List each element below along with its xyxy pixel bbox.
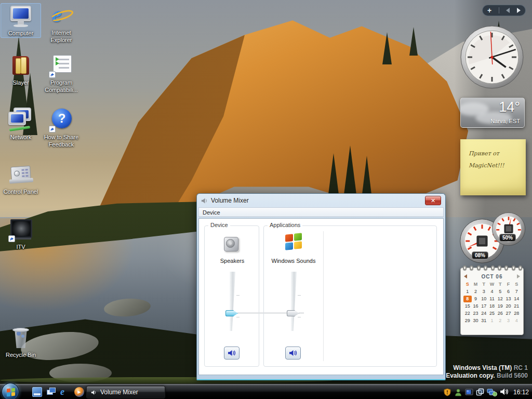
- desktop-icon-label: Internet Explorer: [41, 30, 82, 44]
- calendar-day[interactable]: 5: [496, 288, 504, 295]
- speakers-slider-thumb[interactable]: [225, 310, 238, 316]
- calendar-day[interactable]: 27: [504, 310, 513, 317]
- controls-divider: [499, 7, 499, 14]
- calendar-day[interactable]: 24: [480, 310, 488, 317]
- calendar-day[interactable]: 12: [496, 296, 504, 302]
- start-button[interactable]: [2, 383, 19, 399]
- switch-windows-icon[interactable]: [46, 387, 56, 397]
- day-header: M: [472, 281, 480, 288]
- cpu-meter-gadget[interactable]: 08% 50%: [459, 212, 528, 262]
- sidebar-controls: +: [482, 5, 526, 16]
- day-header: F: [504, 281, 513, 288]
- tray-clock[interactable]: 16:12: [513, 389, 529, 396]
- desktop-icon-control-panel[interactable]: Control Panel: [1, 162, 41, 196]
- calendar-next-icon[interactable]: [517, 274, 520, 278]
- calendar-day[interactable]: 23: [472, 310, 480, 317]
- calendar-day[interactable]: 6: [504, 288, 513, 295]
- speakers-mute-button[interactable]: [224, 347, 240, 360]
- calendar-day[interactable]: 30: [472, 317, 480, 324]
- calendar-day[interactable]: 29: [463, 317, 472, 324]
- desktop-icon-internet-explorer[interactable]: e Internet Explorer: [41, 3, 82, 44]
- chevron-left-icon[interactable]: [506, 8, 510, 13]
- security-alert-icon[interactable]: [443, 388, 451, 396]
- calendar-day-next-month[interactable]: 3: [504, 317, 513, 324]
- calendar-day[interactable]: 11: [488, 296, 496, 302]
- tree-silhouette: [382, 32, 392, 64]
- calendar-day[interactable]: 25: [488, 310, 496, 317]
- desktop-icon-recycle-bin[interactable]: Recycle Bin: [1, 325, 41, 359]
- calendar-spiral-binding: [463, 265, 522, 270]
- calendar-day[interactable]: 26: [496, 310, 504, 317]
- calendar-day[interactable]: 14: [512, 296, 521, 302]
- calendar-day[interactable]: 21: [512, 303, 521, 310]
- calendar-gadget[interactable]: OCT 06 S M T W T F S 1 2 3 4 5 6 7 8 9 1…: [460, 268, 524, 335]
- ram-gauge: 50%: [491, 212, 526, 246]
- desktop-icon-itv[interactable]: ITV: [1, 217, 41, 251]
- calendar-day[interactable]: 28: [512, 310, 521, 317]
- windows-sounds-mute-button[interactable]: [285, 347, 301, 360]
- close-button[interactable]: ✕: [425, 196, 441, 205]
- slider-track[interactable]: [291, 272, 297, 331]
- add-gadget-button[interactable]: +: [487, 7, 491, 14]
- clock-gadget[interactable]: [460, 25, 524, 89]
- device-group: Device Speakers: [204, 225, 259, 367]
- calendar-day[interactable]: 7: [512, 288, 521, 295]
- notes-gadget[interactable]: Привет от MagicNet!!!: [460, 139, 526, 195]
- system-tray: 16:12: [443, 384, 529, 399]
- calendar-day[interactable]: 17: [480, 303, 488, 310]
- windows-sounds-slider-thumb[interactable]: [287, 310, 299, 316]
- media-player-icon[interactable]: ▶: [74, 387, 84, 397]
- chevron-right-icon[interactable]: [517, 8, 521, 13]
- calendar-month-label: OCT 06: [481, 274, 502, 280]
- windows-flag-icon: [7, 388, 15, 396]
- calendar-day[interactable]: 2: [472, 288, 480, 295]
- calendar-day[interactable]: 16: [472, 303, 480, 310]
- calendar-day-next-month[interactable]: 1: [488, 317, 496, 324]
- weather-gadget[interactable]: 14° Narva, EST: [460, 98, 525, 128]
- user-session-icon[interactable]: [454, 388, 462, 396]
- volume-tray-icon[interactable]: [500, 388, 508, 396]
- calendar-day[interactable]: 13: [504, 296, 513, 302]
- desktop-icon-network[interactable]: Network: [1, 108, 41, 141]
- taskbar: e ▶ Volume Mixer: [0, 384, 532, 399]
- menu-item-device[interactable]: Device: [199, 209, 224, 216]
- desktop-icon-slayer[interactable]: Slayer: [1, 53, 41, 87]
- calendar-day[interactable]: 20: [504, 303, 513, 310]
- calendar-day[interactable]: 1: [463, 288, 472, 295]
- network-tray-icon[interactable]: [487, 388, 497, 396]
- calendar-day[interactable]: 10: [480, 296, 488, 302]
- slider-track[interactable]: [230, 272, 235, 331]
- day-header: T: [496, 281, 504, 288]
- desktop-icon-computer[interactable]: Computer: [1, 3, 41, 38]
- sidebar-gadgets-icon[interactable]: [476, 388, 484, 396]
- desktop-icon-program-compatibility[interactable]: Program Compatibili...: [41, 53, 82, 94]
- computer-icon: [8, 4, 33, 29]
- calendar-day[interactable]: 15: [463, 303, 472, 310]
- calendar-day-next-month[interactable]: 2: [496, 317, 504, 324]
- display-settings-icon[interactable]: [465, 388, 473, 396]
- desktop-icon-how-to-share-feedback[interactable]: ? How to Share Feedback: [41, 108, 82, 149]
- calendar-day[interactable]: 3: [480, 288, 488, 295]
- calendar-day[interactable]: 31: [480, 317, 488, 324]
- title-bar[interactable]: Volume Mixer ✕: [197, 194, 445, 207]
- calendar-day[interactable]: 18: [488, 303, 496, 310]
- applications-group: Applications Windows Sounds: [263, 225, 437, 367]
- calendar-day-selected[interactable]: 8: [463, 296, 472, 302]
- calendar-day[interactable]: 9: [472, 296, 480, 302]
- show-desktop-icon[interactable]: [32, 387, 42, 397]
- calendar-day-next-month[interactable]: 4: [512, 317, 521, 324]
- calendar-prev-icon[interactable]: [464, 274, 467, 278]
- speakers-volume-slider[interactable]: [223, 272, 242, 339]
- taskbar-button-volume-mixer[interactable]: Volume Mixer: [86, 386, 165, 398]
- close-icon: ✕: [431, 197, 435, 204]
- calendar-day[interactable]: 22: [463, 310, 472, 317]
- calendar-grid: S M T W T F S 1 2 3 4 5 6 7 8 9 10 11 12…: [463, 281, 521, 324]
- desktop-icon-label: Recycle Bin: [1, 352, 41, 359]
- internet-explorer-launch-icon[interactable]: e: [60, 387, 70, 397]
- calendar-day[interactable]: 4: [488, 288, 496, 295]
- desktop-icon-label: How to Share Feedback: [41, 134, 82, 149]
- windows-sounds-volume-slider[interactable]: [284, 272, 303, 339]
- network-icon: [8, 108, 33, 132]
- calendar-day[interactable]: 19: [496, 303, 504, 310]
- speakers-device-icon: [223, 235, 242, 254]
